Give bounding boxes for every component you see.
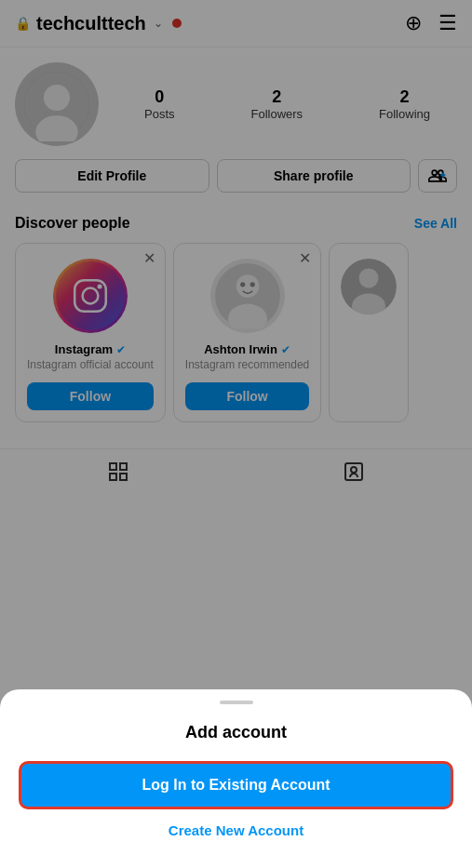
login-existing-button[interactable]: Log In to Existing Account xyxy=(19,761,453,809)
modal-overlay: Add account Log In to Existing Account C… xyxy=(0,0,472,868)
modal-handle xyxy=(220,701,253,704)
add-account-modal: Add account Log In to Existing Account C… xyxy=(0,689,472,868)
modal-title: Add account xyxy=(19,723,453,742)
create-new-account-button[interactable]: Create New Account xyxy=(19,822,453,838)
